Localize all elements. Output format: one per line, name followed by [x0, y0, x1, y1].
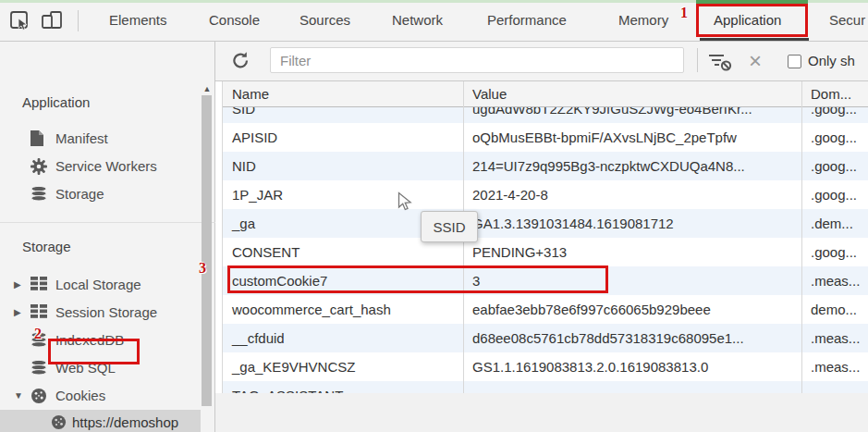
only-show-issue-label: Only sh — [808, 42, 855, 80]
cookie-domain-cell[interactable]: .goog... — [801, 238, 868, 266]
cookie-domain-cell[interactable]: demo... — [801, 295, 868, 324]
filter-blocked-cookies-icon[interactable] — [708, 52, 733, 76]
cookie-name-cell[interactable]: 1P_JAR — [223, 180, 463, 209]
tab-console[interactable]: Console — [209, 0, 260, 41]
filter-input[interactable] — [270, 47, 684, 73]
sidebar-item-local-storage[interactable]: ▶ Local Storage — [0, 271, 201, 299]
sidebar-divider — [0, 222, 215, 223]
sidebar-item-cookie-origin-demoshop[interactable]: https://demoshop — [0, 410, 201, 432]
sidebar-scrollbar-up-arrow[interactable]: ▲ — [202, 84, 213, 93]
cookie-name-cell[interactable]: __cfduid — [223, 324, 463, 352]
cookie-name-cell[interactable]: _ga_KE9VHVNCSZ — [223, 352, 463, 381]
cookie-table-rows: SID ugdAdW8bT2Z2KY9JfGuSZJWg-eo4BerIKr..… — [223, 107, 868, 393]
sidebar-section-storage: Storage — [22, 239, 71, 254]
device-toolbar-icon[interactable] — [41, 10, 65, 35]
cookie-table-viewport: SID ugdAdW8bT2Z2KY9JfGuSZJWg-eo4BerIKr..… — [223, 107, 868, 393]
column-header-domain[interactable]: Dom... — [801, 81, 868, 106]
toolbar-divider — [78, 10, 79, 31]
sidebar-item-session-storage[interactable]: ▶ Session Storage — [0, 299, 201, 327]
table-row[interactable]: SID ugdAdW8bT2Z2KY9JfGuSZJWg-eo4BerIKr..… — [223, 107, 868, 123]
refresh-icon[interactable] — [231, 51, 251, 74]
cookie-icon — [31, 388, 47, 407]
tab-network[interactable]: Network — [392, 0, 443, 41]
annotation-number-3: 3 — [199, 260, 206, 277]
cookie-value-cell[interactable]: PENDING+313 — [463, 238, 801, 266]
sidebar-item-cookies[interactable]: ▼ Cookies — [0, 382, 201, 410]
only-show-issue-checkbox[interactable] — [788, 55, 801, 68]
cookie-domain-cell[interactable]: .meas... — [801, 324, 868, 352]
sidebar-item-label: Session Storage — [55, 299, 157, 327]
cookie-domain-cell[interactable]: .dem... — [801, 209, 868, 238]
sidebar-item-label: Storage — [55, 180, 104, 208]
sidebar-item-label: https://demoshop — [72, 410, 178, 432]
tooltip-text: SSID — [433, 219, 465, 235]
annotation-box-application-tab — [696, 4, 808, 37]
annotation-box-custom-cookie-row — [227, 265, 608, 293]
table-row[interactable]: __cfduid d68ee08c5761cb78dd57318319c6809… — [223, 324, 868, 352]
column-header-value[interactable]: Value — [463, 81, 801, 106]
annotation-number-1: 1 — [680, 5, 688, 21]
table-row[interactable]: woocommerce_cart_hash eabfae3ebb78e6f997… — [223, 295, 868, 324]
sidebar-scrollbar[interactable] — [202, 95, 212, 406]
chevron-down-icon[interactable]: ▼ — [14, 382, 23, 410]
annotation-box-cookies — [48, 339, 140, 364]
annotation-number-2: 2 — [34, 326, 42, 342]
sidebar-item-service-workers[interactable]: Service Workers — [0, 153, 201, 180]
sidebar-section-application: Application — [22, 94, 90, 110]
cookie-value-cell[interactable]: d68ee08c5761cb78dd57318319c68095e1... — [463, 324, 801, 352]
chevron-right-icon[interactable]: ▶ — [14, 271, 21, 299]
cookie-domain-cell[interactable]: .meas... — [801, 352, 868, 381]
cookie-name-cell[interactable]: SID — [223, 107, 463, 123]
tooltip: SSID — [421, 211, 478, 242]
tab-security[interactable]: Secur — [829, 0, 865, 41]
application-sidebar: Application Manifest Service Workers — [0, 42, 215, 432]
cookie-name-cell[interactable]: APISID — [223, 123, 463, 152]
cookie-table: Name Value Dom... SID ugdAdW8bT2Z2KY9JfG… — [222, 81, 868, 393]
cookie-name-cell[interactable]: TAG_ASSISTANT — [223, 381, 463, 393]
cookie-value-cell[interactable]: x — [463, 381, 801, 393]
cookie-value-cell[interactable]: GS1.1.1619083813.2.0.1619083813.0 — [463, 352, 801, 381]
cookie-value-cell[interactable]: ugdAdW8bT2Z2KY9JfGuSZJWg-eo4BerIKr... — [463, 107, 801, 123]
table-row[interactable]: NID 214=UI7z9q995Bg3-nczpktwCXDUQa4N8...… — [223, 152, 868, 180]
cookie-name-cell[interactable]: woocommerce_cart_hash — [223, 295, 463, 324]
tab-memory[interactable]: Memory — [618, 0, 668, 41]
tab-performance[interactable]: Performance — [487, 0, 567, 41]
panel-bottom-area — [215, 393, 868, 432]
cookie-value-cell[interactable]: oQbMusEBBt-bpmiF/AXvsLNjBC_2peTpfw — [463, 123, 801, 152]
cookie-value-cell[interactable]: eabfae3ebb78e6f997c66065b929beee — [463, 295, 801, 324]
table-row[interactable]: APISID oQbMusEBBt-bpmiF/AXvsLNjBC_2peTpf… — [223, 123, 868, 152]
table-icon — [31, 277, 47, 293]
cookie-table-header: Name Value Dom... — [223, 81, 868, 107]
clear-filter-icon[interactable]: × — [749, 44, 762, 78]
database-icon — [31, 360, 47, 378]
inspect-element-icon[interactable] — [9, 10, 31, 35]
cookie-domain-cell[interactable]: meas... — [801, 381, 868, 393]
column-divider[interactable] — [801, 81, 802, 393]
toolbar-divider — [697, 48, 698, 72]
column-header-name[interactable]: Name — [223, 81, 463, 106]
table-row[interactable]: _ga GA1.3.1391031484.1619081712 .dem... — [223, 209, 868, 238]
active-tab-underline — [700, 38, 809, 41]
table-row[interactable]: 1P_JAR 2021-4-20-8 .goog... — [223, 180, 868, 209]
cookie-name-cell[interactable]: NID — [223, 152, 463, 180]
table-row[interactable]: _ga_KE9VHVNCSZ GS1.1.1619083813.2.0.1619… — [223, 352, 868, 381]
cookie-domain-cell[interactable]: .goog... — [801, 152, 868, 180]
cookie-domain-cell[interactable]: .goog... — [801, 107, 868, 123]
sidebar-item-label: Cookies — [55, 382, 105, 410]
table-row[interactable]: TAG_ASSISTANT x meas... — [223, 381, 868, 393]
cookie-value-cell[interactable]: 2021-4-20-8 — [463, 180, 801, 209]
sidebar-item-label: Local Storage — [55, 271, 141, 299]
chevron-right-icon[interactable]: ▶ — [14, 299, 21, 327]
cookie-domain-cell[interactable]: .goog... — [801, 180, 868, 209]
cookie-value-cell[interactable]: 214=UI7z9q995Bg3-nczpktwCXDUQa4N8... — [463, 152, 801, 180]
cookie-value-cell[interactable]: GA1.3.1391031484.1619081712 — [463, 209, 801, 238]
gear-icon — [31, 158, 47, 178]
mouse-cursor-icon — [397, 191, 413, 216]
tab-sources[interactable]: Sources — [300, 0, 350, 41]
tab-elements[interactable]: Elements — [109, 0, 167, 41]
cookie-domain-cell[interactable]: .goog... — [801, 123, 868, 152]
sidebar-item-manifest[interactable]: Manifest — [0, 125, 201, 153]
cookie-domain-cell[interactable]: .meas... — [801, 266, 868, 295]
table-row[interactable]: CONSENT PENDING+313 .goog... — [223, 238, 868, 266]
sidebar-item-storage[interactable]: Storage — [0, 180, 201, 208]
